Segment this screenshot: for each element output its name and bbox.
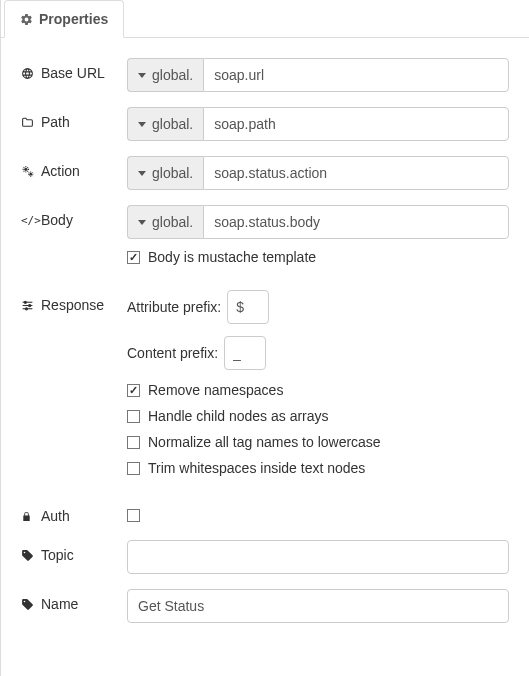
scope-label: global. bbox=[152, 165, 193, 181]
scope-label: global. bbox=[152, 116, 193, 132]
response-option: Handle child nodes as arrays bbox=[127, 408, 509, 424]
row-body: </> Body global. Body is mustache templa… bbox=[21, 205, 509, 275]
content-prefix-label: Content prefix: bbox=[127, 345, 218, 361]
gear-icon bbox=[20, 13, 33, 26]
row-base-url: Base URL global. bbox=[21, 58, 509, 92]
properties-panel: Properties Base URL global. bbox=[0, 0, 529, 676]
row-path: Path global. bbox=[21, 107, 509, 141]
tag-icon bbox=[21, 598, 35, 611]
response-option-label: Trim whitespaces inside text nodes bbox=[148, 460, 365, 476]
caret-down-icon bbox=[138, 122, 146, 127]
sliders-icon bbox=[21, 299, 35, 312]
scope-label: global. bbox=[152, 67, 193, 83]
tag-icon bbox=[21, 549, 35, 562]
response-option: Remove namespaces bbox=[127, 382, 509, 398]
gears-icon bbox=[21, 165, 35, 178]
body-input[interactable] bbox=[203, 205, 509, 239]
row-topic: Topic bbox=[21, 540, 509, 574]
action-scope-dropdown[interactable]: global. bbox=[127, 156, 203, 190]
action-input[interactable] bbox=[203, 156, 509, 190]
label-path: Path bbox=[41, 114, 70, 130]
properties-form: Base URL global. Path bbox=[1, 38, 529, 658]
response-option-label: Normalize all tag names to lowercase bbox=[148, 434, 381, 450]
response-option-checkbox[interactable] bbox=[127, 436, 140, 449]
body-mustache-label: Body is mustache template bbox=[148, 249, 316, 265]
label-action: Action bbox=[41, 163, 80, 179]
scope-label: global. bbox=[152, 214, 193, 230]
attribute-prefix-label: Attribute prefix: bbox=[127, 299, 221, 315]
lock-icon bbox=[21, 510, 35, 523]
row-auth: Auth bbox=[21, 501, 509, 525]
base-url-scope-dropdown[interactable]: global. bbox=[127, 58, 203, 92]
label-response: Response bbox=[41, 297, 104, 313]
path-scope-dropdown[interactable]: global. bbox=[127, 107, 203, 141]
caret-down-icon bbox=[138, 220, 146, 225]
tab-properties[interactable]: Properties bbox=[4, 0, 124, 38]
row-name: Name bbox=[21, 589, 509, 623]
response-option-label: Handle child nodes as arrays bbox=[148, 408, 329, 424]
body-mustache-checkbox[interactable] bbox=[127, 251, 140, 264]
attribute-prefix-input[interactable] bbox=[227, 290, 269, 324]
body-scope-dropdown[interactable]: global. bbox=[127, 205, 203, 239]
response-option-label: Remove namespaces bbox=[148, 382, 283, 398]
topic-input[interactable] bbox=[127, 540, 509, 574]
globe-icon bbox=[21, 67, 35, 80]
label-base-url: Base URL bbox=[41, 65, 105, 81]
auth-checkbox[interactable] bbox=[127, 509, 140, 522]
caret-down-icon bbox=[138, 73, 146, 78]
svg-point-1 bbox=[29, 172, 32, 175]
base-url-input[interactable] bbox=[203, 58, 509, 92]
tab-bar: Properties bbox=[1, 0, 529, 38]
response-option: Trim whitespaces inside text nodes bbox=[127, 460, 509, 476]
caret-down-icon bbox=[138, 171, 146, 176]
label-body: Body bbox=[41, 212, 73, 228]
svg-point-6 bbox=[29, 304, 31, 306]
svg-point-0 bbox=[24, 167, 27, 170]
name-input[interactable] bbox=[127, 589, 509, 623]
svg-point-5 bbox=[24, 301, 26, 303]
response-option-checkbox[interactable] bbox=[127, 462, 140, 475]
row-action: Action global. bbox=[21, 156, 509, 190]
response-option: Normalize all tag names to lowercase bbox=[127, 434, 509, 450]
folder-icon bbox=[21, 116, 35, 129]
tab-label: Properties bbox=[39, 11, 108, 27]
svg-point-7 bbox=[25, 307, 27, 309]
label-auth: Auth bbox=[41, 508, 70, 524]
content-prefix-input[interactable] bbox=[224, 336, 266, 370]
label-topic: Topic bbox=[41, 547, 74, 563]
response-option-checkbox[interactable] bbox=[127, 410, 140, 423]
code-icon: </> bbox=[21, 214, 35, 227]
label-name: Name bbox=[41, 596, 78, 612]
path-input[interactable] bbox=[203, 107, 509, 141]
row-response: Response Attribute prefix: Content prefi… bbox=[21, 290, 509, 486]
response-option-checkbox[interactable] bbox=[127, 384, 140, 397]
